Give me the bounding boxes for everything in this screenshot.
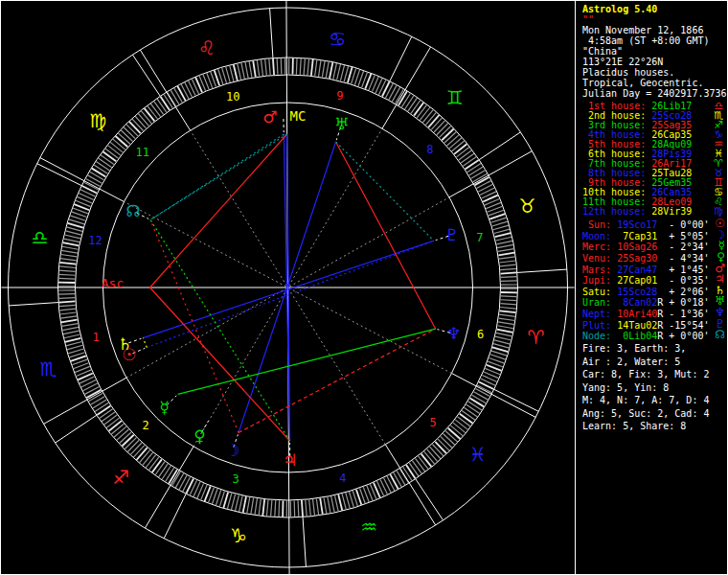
julian-day: Julian Day = 2402917.3736 [582,88,728,99]
leo-wheel-glyph: ♌ [198,36,216,59]
stat-elements-2: Air : 2, Water: 5 [582,356,728,369]
planet-label: Uran: [582,297,617,308]
planet-position: 15Sco28 [617,287,657,297]
house-label: 12th house: [582,206,651,217]
chart-coordinates: 113°21E 22°26N [582,57,728,67]
cancer-wheel-glyph: ♋ [329,28,346,51]
planet-position: 10Ari40 [617,309,657,319]
planet-position: 27Can47 [617,264,657,275]
chart-date: Mon November 12, 1866 [582,25,728,35]
house-row-12: 12th house: 28Vir39♍ [582,207,728,217]
house-number-5: 5 [430,416,437,429]
stat-elements-1: Fire: 3, Earth: 3, [582,342,728,356]
aquarius-wheel-glyph: ♒ [360,516,377,539]
house-system: Placidus houses. [582,67,728,78]
nept-wheel-glyph: ♆ [446,324,461,343]
planet-label: Jupi: [582,275,617,286]
aspect-jupi-node [150,219,290,441]
stat-modes: Car: 8, Fix: 3, Mut: 2 [582,368,728,381]
chart-header: Astrolog 5.40 "" Mon November 12, 1866 4… [576,4,728,99]
planet-row-sun: Sun: 19Sco17 - 0°00'☉ [582,219,728,231]
planet-row-node: Node: 0Lib04R + 0°00'☊ [582,331,728,342]
chart-wheel-pane: ☉☽☿♀♂♃♄♅♆♇☊♈♉♊♋♌♍♎♏♐♑♒♓123456789101112MC… [0,0,575,575]
chart-wheel: ☉☽☿♀♂♃♄♅♆♇☊♈♉♊♋♌♍♎♏♐♑♒♓123456789101112MC… [0,0,575,575]
scorpio-wheel-glyph: ♏ [39,357,57,380]
house-cusp-value: 28Vir39 [651,206,692,217]
plut-wheel-glyph: ♇ [444,225,459,244]
planet-position: 0Lib04 [617,331,657,341]
house-number-2: 2 [143,419,149,432]
mars-wheel-glyph: ♂ [262,107,277,126]
planet-position: 7Cap31 [617,231,657,242]
chart-place: "China" [582,46,728,57]
stat-mnad: M: 4, N: 7, A: 7, D: 4 [582,394,728,407]
planet-label: Sun: [582,219,617,230]
sign-boundary [164,494,186,539]
planet-velocity: + 1°45' [663,264,709,275]
aspect-sun-satu [143,338,147,348]
planet-velocity: - 0°00' [663,219,709,230]
planet-row-satu: Satu: 15Sco28 + 2°06'♄ [582,287,728,298]
house-number-7: 7 [476,231,483,244]
house-number-6: 6 [477,328,484,341]
astrolog-window: ☉☽☿♀♂♃♄♅♆♇☊♈♉♊♋♌♍♎♏♐♑♒♓123456789101112MC… [0,0,728,575]
midheaven-label: MC [290,108,307,124]
sign-boundary [270,9,273,58]
sign-boundary [390,36,412,81]
planet-position: 25Sag30 [617,253,657,264]
stat-yang-yin: Yang: 5, Yin: 8 [582,381,728,395]
sign-boundary [479,132,520,160]
chart-name: "" [582,14,728,25]
house-number-8: 8 [426,143,433,156]
element-stats: Fire: 3, Earth: 3, Air : 2, Water: 5 Car… [576,342,728,433]
aspect-asc-jupi [150,288,290,441]
planet-label: Satu: [582,287,617,297]
planet-label: Plut: [582,320,617,331]
planet-velocity: - 4°34' [663,253,709,264]
planet-label: Node: [582,331,617,341]
info-panel: Astrolog 5.40 "" Mon November 12, 1866 4… [575,0,728,575]
planet-position: 14Tau02 [617,320,657,331]
sign-boundary [303,517,306,566]
merc-wheel-glyph: ☿ [159,398,169,417]
planet-velocity: - 0°35' [663,275,709,286]
libra-wheel-glyph: ♎ [32,226,49,249]
sign-boundary [517,269,567,272]
aspect-uran-nept [336,142,436,329]
planet-velocity: + 5°05' [663,231,709,242]
uran-wheel-glyph: ♅ [334,114,349,133]
gemini-wheel-glyph: ♊ [446,86,464,109]
aries-wheel-glyph: ♈ [527,326,544,349]
planet-row-uran: Uran: 8Can02R + 0°18'♅ [582,297,728,309]
house-number-3: 3 [233,472,239,486]
planet-velocity: + 2°06' [663,287,709,297]
sagittarius-wheel-glyph: ♐ [112,466,129,489]
aspect-asc-mc [150,134,287,288]
planet-row-merc: Merc: 10Sag26 - 2°34'☿ [582,242,728,253]
capricorn-wheel-glyph: ♑ [230,524,247,547]
planet-row-moon: Moon: 7Cap31 + 5°05'☽ [582,231,728,242]
chart-time: 4:58am (ST +8:00 GMT) [582,35,728,46]
planet-label: Venu: [582,253,617,264]
planet-position: 27Cap01 [617,275,657,286]
planet-row-nept: Nept: 10Ari40R - 1°36'♆ [582,309,728,320]
planet-velocity: -15°54' [663,320,709,331]
planet-label: Mars: [582,264,617,275]
planet-velocity: - 2°34' [663,242,709,252]
houses-list: 1st house: 26Lib17♎ 2nd house: 25Sco28♏ … [576,102,728,217]
planet-position: 10Sag26 [617,242,657,252]
planet-position: 8Can02 [617,297,657,308]
planet-row-venu: Venu: 25Sag30 - 4°34'♀ [582,253,728,264]
moon-wheel-glyph: ☽ [225,441,239,460]
planet-position: 19Sco17 [617,219,657,230]
planets-list: Sun: 19Sco17 - 0°00'☉Moon: 7Cap31 + 5°05… [576,219,728,342]
node-wheel-glyph: ☊ [125,201,140,220]
planet-velocity: + 0°18' [663,297,709,308]
zodiac-setting: Tropical, Geocentric. [582,78,728,88]
venu-wheel-glyph: ♀ [193,426,205,446]
sign-boundary [56,415,97,443]
planet-velocity: - 1°36' [663,309,709,319]
planet-row-plut: Plut: 14Tau02R -15°54'♇ [582,320,728,332]
app-title: Astrolog 5.40 [582,4,728,14]
node-planet-icon: ☊ [715,329,725,340]
